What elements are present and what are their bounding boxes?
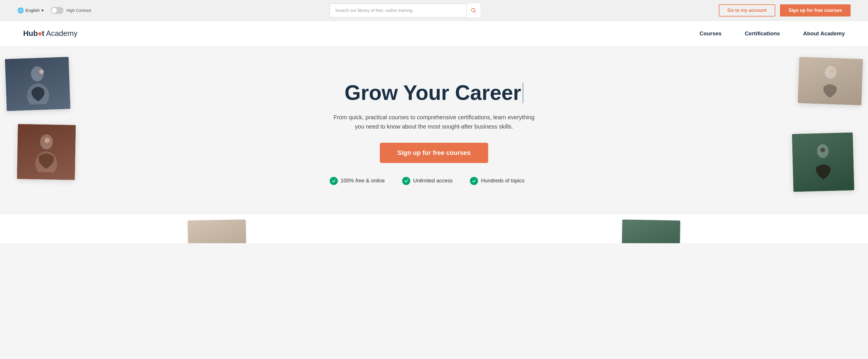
feature-topics: Hundreds of topics [470,177,524,185]
high-contrast-label: High Contrast [66,8,91,13]
top-bar-left: 🌐 English ▾ High Contrast [18,7,91,14]
search-container [330,3,480,18]
high-contrast-toggle[interactable]: High Contrast [51,7,91,14]
feature-access: Unlimited access [402,177,453,185]
hero-photo-4 [792,132,854,192]
cursor-bar [522,83,524,103]
hero-section: Grow Your Career From quick, practical c… [0,46,868,214]
hero-photo-3 [798,57,863,105]
check-access-icon [402,177,410,185]
main-nav: Courses Certifications About Academy [700,30,845,37]
logo-academy: Academy [44,29,78,38]
svg-line-1 [474,11,476,12]
logo[interactable]: Hubt Academy [23,29,78,38]
hero-content: Grow Your Career From quick, practical c… [318,81,550,185]
person-silhouette-4 [808,141,838,183]
chevron-down-icon: ▾ [41,8,44,13]
hero-photo-2 [17,124,75,180]
hero-title-text: Grow Your Career [344,81,521,104]
feature-topics-label: Hundreds of topics [481,178,524,184]
features-list: 100% free & online Unlimited access Hund… [330,177,538,185]
signup-top-button[interactable]: Sign up for free courses [780,4,850,17]
nav-about[interactable]: About Academy [803,30,845,37]
top-bar-right: Go to my account Sign up for free course… [719,4,850,17]
nav-courses[interactable]: Courses [700,30,722,37]
bottom-peek [0,214,868,243]
feature-free: 100% free & online [330,177,385,185]
bottom-photo-left [188,220,246,243]
hero-photo-1 [5,57,70,111]
hero-title: Grow Your Career [330,81,538,104]
feature-access-label: Unlimited access [413,178,453,184]
search-button[interactable] [466,3,480,18]
top-bar: 🌐 English ▾ High Contrast Go to my accou… [0,0,868,21]
logo-text: Hubt Academy [23,29,78,38]
check-free-icon [330,177,338,185]
person-silhouette-3 [815,63,845,99]
bottom-photo-right [622,220,680,243]
language-label: English [26,8,40,13]
nav-certifications[interactable]: Certifications [745,30,780,37]
signup-hero-button[interactable]: Sign up for free courses [380,143,488,163]
feature-free-label: 100% free & online [341,178,385,184]
check-topics-icon [470,177,478,185]
logo-hubspot: Hub [23,29,38,38]
search-icon [470,7,476,13]
logo-spot: t [42,29,44,38]
language-selector[interactable]: 🌐 English ▾ [18,7,44,13]
search-input[interactable] [330,3,480,18]
person-silhouette-1 [23,63,53,104]
toggle-switch[interactable] [51,7,63,14]
person-silhouette-2 [32,131,61,172]
logo-dot-icon [38,32,42,36]
hero-subtitle: From quick, practical courses to compreh… [330,112,538,131]
go-to-account-button[interactable]: Go to my account [719,4,775,17]
svg-point-8 [825,66,837,79]
nav-bar: Hubt Academy Courses Certifications Abou… [0,21,868,46]
globe-icon: 🌐 [18,7,24,13]
